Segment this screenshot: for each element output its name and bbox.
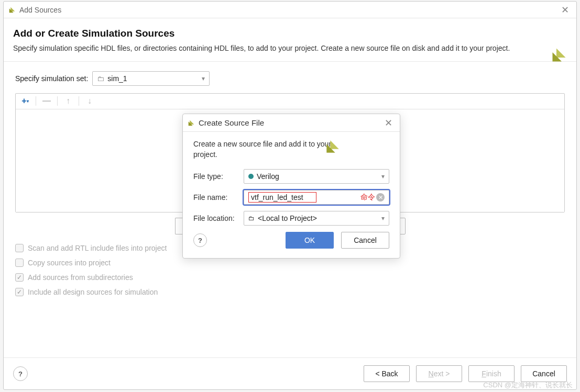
file-location-select[interactable]: 🗀 <Local to Project> ▾: [244, 211, 389, 226]
simulation-set-select[interactable]: 🗀 sim_1 ▾: [92, 71, 210, 86]
file-location-row: File location: 🗀 <Local to Project> ▾: [193, 211, 389, 226]
main-titlebar: Add Sources ✕: [4, 2, 576, 18]
finish-button: Finish: [468, 365, 515, 382]
file-type-label: File type:: [193, 172, 244, 181]
chevron-down-icon: ▾: [381, 173, 385, 180]
move-down-button[interactable]: ↓: [83, 95, 96, 107]
remove-button[interactable]: —: [40, 95, 53, 107]
footer-buttons: < Back Next > Finish Cancel: [364, 365, 567, 382]
close-icon[interactable]: ✕: [558, 4, 572, 16]
annotation: 命令 ✕: [360, 193, 385, 202]
file-location-value: <Local to Project>: [258, 214, 317, 222]
folder-icon: 🗀: [248, 215, 255, 222]
add-button[interactable]: +▾: [19, 95, 31, 107]
file-location-label: File location:: [193, 214, 244, 222]
checkbox-unchecked-icon: [15, 244, 24, 252]
vivado-icon: [8, 6, 16, 14]
separator: [57, 96, 58, 106]
help-button[interactable]: ?: [13, 366, 28, 381]
simulation-set-value: sim_1: [107, 74, 127, 83]
file-type-value: Verilog: [257, 172, 279, 181]
simulation-set-label: Specify simulation set:: [15, 74, 88, 83]
modal-description: Create a new source file and add it to y…: [193, 140, 331, 159]
close-icon[interactable]: ✕: [381, 117, 396, 129]
chevron-down-icon: ▾: [381, 215, 385, 222]
checkbox-checked-icon: ✓: [15, 273, 24, 282]
modal-description-row: Create a new source file and add it to y…: [193, 139, 340, 160]
folder-icon: 🗀: [97, 74, 104, 83]
header-area: Add or Create Simulation Sources Specify…: [4, 18, 576, 62]
svg-marker-2: [556, 49, 566, 58]
file-type-select[interactable]: Verilog ▾: [244, 169, 389, 184]
watermark: CSDN @定海神针、说长就长: [483, 380, 573, 390]
checkbox-checked-icon: ✓: [15, 288, 24, 296]
option-include-design[interactable]: ✓ Include all design sources for simulat…: [15, 288, 565, 296]
file-type-row: File type: Verilog ▾: [193, 169, 389, 184]
separator: [79, 96, 79, 106]
separator: [36, 96, 36, 106]
simulation-set-row: Specify simulation set: 🗀 sim_1 ▾: [15, 71, 565, 86]
modal-title: Create Source File: [199, 118, 264, 127]
cancel-button[interactable]: Cancel: [521, 365, 567, 382]
modal-body: Create a new source file and add it to y…: [183, 132, 400, 258]
file-name-label: File name:: [193, 193, 244, 201]
page-title: Add or Create Simulation Sources: [13, 28, 566, 39]
file-name-value: vtf_run_led_test: [248, 192, 316, 203]
create-source-file-dialog: Create Source File ✕ Create a new source…: [182, 114, 400, 259]
chevron-down-icon: ▾: [202, 75, 205, 82]
source-list-toolbar: +▾ — ↑ ↓: [16, 94, 564, 109]
vivado-icon: [187, 119, 195, 127]
svg-marker-6: [330, 140, 338, 149]
window-title: Add Sources: [19, 6, 61, 14]
modal-footer: ? OK Cancel: [193, 232, 389, 249]
page-description: Specify simulation specific HDL files, o…: [13, 43, 548, 54]
move-up-button[interactable]: ↑: [62, 95, 74, 107]
ok-button[interactable]: OK: [286, 232, 334, 249]
vivado-logo-icon: [325, 139, 340, 154]
option-subdirs[interactable]: ✓ Add sources from subdirectories: [15, 273, 565, 282]
next-button: Next >: [416, 365, 462, 382]
file-name-input[interactable]: vtf_run_led_test 命令 ✕: [244, 190, 389, 205]
help-button[interactable]: ?: [193, 233, 207, 247]
modal-titlebar: Create Source File ✕: [183, 114, 400, 132]
file-name-row: File name: vtf_run_led_test 命令 ✕: [193, 190, 389, 205]
option-copy[interactable]: Copy sources into project: [15, 259, 565, 267]
back-button[interactable]: < Back: [364, 365, 410, 382]
clear-icon[interactable]: ✕: [376, 193, 385, 201]
verilog-icon: [248, 174, 254, 179]
vivado-logo-icon: [551, 47, 567, 63]
modal-cancel-button[interactable]: Cancel: [341, 232, 389, 249]
checkbox-unchecked-icon: [15, 259, 24, 267]
